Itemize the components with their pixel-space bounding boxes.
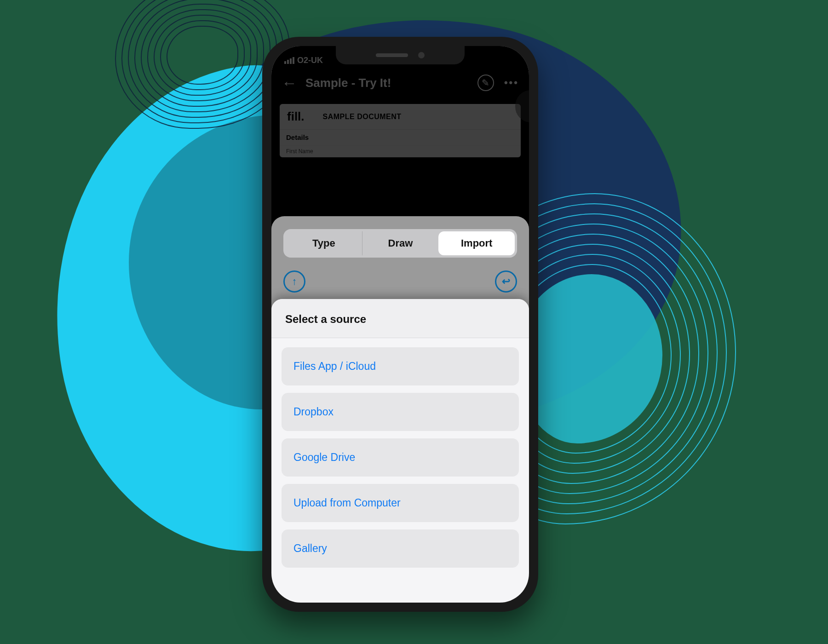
more-icon[interactable]: ••• (504, 77, 519, 89)
source-dropbox[interactable]: Dropbox (282, 393, 519, 431)
doc-brand: fill. (287, 109, 305, 124)
sheet-header: Select a source (271, 299, 529, 338)
source-upload-computer[interactable]: Upload from Computer (282, 484, 519, 522)
phone-notch (336, 46, 465, 64)
upload-icon[interactable]: ↑ (283, 270, 305, 293)
sheet-body: Files App / iCloud Dropbox Google Drive … (271, 338, 529, 577)
source-gallery[interactable]: Gallery (282, 529, 519, 568)
tab-type[interactable]: Type (286, 231, 362, 255)
signal-icon (284, 57, 294, 64)
nav-bar: ← Sample - Try It! ✎ ••• (271, 66, 529, 99)
phone-screen: O2-UK ← Sample - Try It! ✎ ••• fill. SAM… (271, 46, 529, 603)
back-step-icon[interactable]: ↩ (495, 270, 517, 293)
compass-icon[interactable]: ✎ (477, 75, 494, 91)
page-title: Sample - Try It! (305, 76, 469, 90)
tab-draw[interactable]: Draw (362, 231, 439, 255)
segmented-control: Type Draw Import (283, 229, 517, 258)
doc-section: Details (280, 130, 521, 145)
back-arrow-icon[interactable]: ← (282, 75, 297, 91)
doc-heading: SAMPLE DOCUMENT (323, 113, 402, 121)
source-sheet: Select a source Files App / iCloud Dropb… (271, 299, 529, 603)
source-files-icloud[interactable]: Files App / iCloud (282, 347, 519, 385)
front-camera (418, 52, 425, 58)
source-google-drive[interactable]: Google Drive (282, 438, 519, 477)
doc-field-firstname: First Name (280, 145, 521, 157)
sheet-title: Select a source (285, 313, 515, 326)
carrier-label: O2-UK (297, 56, 323, 65)
document-preview: fill. SAMPLE DOCUMENT Details First Name (280, 104, 521, 157)
speaker-grill (376, 53, 408, 57)
phone-frame: O2-UK ← Sample - Try It! ✎ ••• fill. SAM… (262, 37, 538, 612)
tab-import[interactable]: Import (438, 231, 515, 255)
